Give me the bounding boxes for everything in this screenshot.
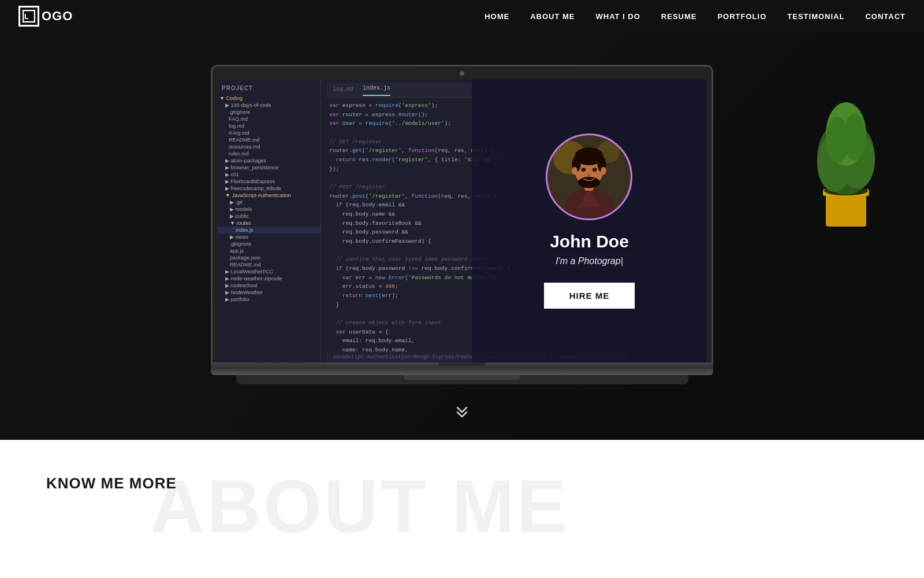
folder-localweather: ▶ LocalWeatherFCC	[217, 268, 321, 275]
svg-rect-2	[826, 192, 866, 227]
file-rtlog: rt-log.md	[217, 129, 321, 136]
svg-point-25	[572, 166, 578, 174]
about-section: ABOUT ME KNOW ME MORE	[0, 440, 924, 578]
laptop-frame: Project ▼ Coding ▶ 100-days-of-code .git…	[211, 65, 713, 362]
file-readme: README.md	[217, 136, 321, 143]
hero-section: Project ▼ Coding ▶ 100-days-of-code .git…	[0, 32, 924, 440]
nav-item-whatido[interactable]: WHAT I DO	[595, 11, 640, 21]
laptop-base	[211, 362, 713, 375]
laptop-screen: Project ▼ Coding ▶ 100-days-of-code .git…	[217, 79, 707, 362]
file-faq: FAQ.md	[217, 116, 321, 123]
profile-tagline: I'm a Photograp|	[556, 256, 623, 266]
nav-item-home[interactable]: HOME	[485, 11, 509, 21]
profile-name: John Doe	[550, 232, 629, 251]
nav-item-testimonial[interactable]: TESTIMONIAL	[787, 11, 844, 21]
logo-text: OGO	[42, 9, 73, 24]
file-pkgjson: package.json	[217, 254, 321, 261]
profile-overlay: John Doe I'm a Photograp| Hire Me	[472, 79, 707, 362]
folder-portfolio: ▶ portfolio	[217, 296, 321, 303]
logo-icon: L	[18, 6, 39, 27]
folder-nodeschool: ▶ nodeschool	[217, 282, 321, 289]
file-gitignore2: .gitignore	[217, 240, 321, 247]
folder-views: ▶ views	[217, 234, 321, 240]
svg-point-26	[601, 166, 607, 174]
folder-freecamp: ▶ freecodecamp_tribute	[217, 185, 321, 192]
file-readme2: README.md	[217, 261, 321, 268]
logo[interactable]: L OGO	[18, 6, 73, 27]
tab-logmd: log.md	[333, 85, 353, 95]
file-resources: resources.md	[217, 143, 321, 150]
svg-point-21	[582, 168, 586, 172]
folder-coding: ▼ Coding	[217, 95, 321, 102]
folder-flashcards: ▶ FlashcardsExpress	[217, 178, 321, 185]
nav-item-portfolio[interactable]: PORTFOLIO	[717, 11, 766, 21]
folder-100days: ▶ 100-days-of-code	[217, 102, 321, 109]
svg-point-10	[843, 114, 866, 160]
file-gitignore: .gitignore	[217, 109, 321, 116]
laptop-camera	[460, 71, 464, 76]
laptop-notch	[439, 362, 485, 366]
folder-models: ▶ models	[217, 206, 321, 213]
folder-nodeweather: ▶ node-weather-zipcode	[217, 275, 321, 282]
folder-jsauth: ▼ JavaScript-Authentication	[217, 192, 321, 199]
folder-atom: ▶ atom-packages	[217, 157, 321, 164]
folder-public: ▶ public	[217, 213, 321, 220]
screen-inner: Project ▼ Coding ▶ 100-days-of-code .git…	[217, 79, 637, 362]
nav-item-contact[interactable]: CONTACT	[865, 11, 906, 21]
navbar: L OGO HOME ABOUT ME WHAT I DO RESUME POR…	[0, 0, 924, 32]
nav-item-about[interactable]: ABOUT ME	[530, 11, 575, 21]
svg-point-24	[578, 177, 600, 188]
plant-decoration	[803, 65, 889, 238]
nav-item-resume[interactable]: RESUME	[661, 11, 697, 21]
about-heading: KNOW ME MORE	[46, 475, 878, 492]
folder-c01: ▶ c01	[217, 171, 321, 178]
nav-links: HOME ABOUT ME WHAT I DO RESUME PORTFOLIO…	[485, 11, 906, 21]
hire-me-button[interactable]: Hire Me	[544, 283, 635, 309]
file-tree-panel: Project ▼ Coding ▶ 100-days-of-code .git…	[217, 79, 321, 362]
tab-indexjs: index.js	[363, 84, 390, 96]
folder-gitjs: ▶ .git	[217, 199, 321, 206]
svg-point-23	[588, 173, 591, 177]
laptop: Project ▼ Coding ▶ 100-days-of-code .git…	[211, 65, 713, 384]
svg-point-22	[593, 168, 597, 172]
file-indexjs: index.js	[217, 227, 321, 234]
avatar-ring	[546, 134, 632, 220]
file-log: log.md	[217, 123, 321, 129]
folder-routes: ▼ routes	[217, 220, 321, 227]
file-rules: rules.md	[217, 150, 321, 157]
scroll-indicator[interactable]	[454, 403, 470, 423]
folder-nodeweather2: ▶ NodeWeather	[217, 289, 321, 296]
avatar-image	[547, 134, 631, 220]
file-appjs: app.js	[217, 247, 321, 254]
svg-text:L: L	[24, 12, 29, 21]
folder-browser: ▶ browser_persistence	[217, 164, 321, 171]
